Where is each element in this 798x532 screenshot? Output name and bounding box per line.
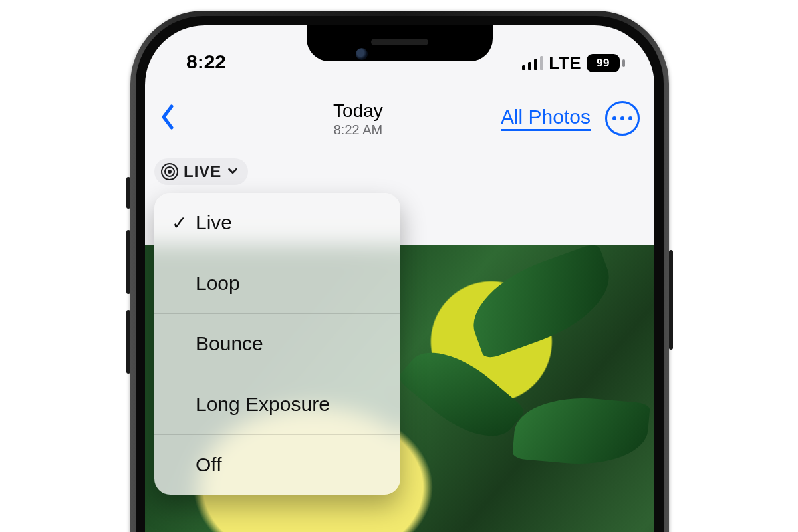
screen: 8:22 LTE 99 <box>145 25 654 532</box>
back-button[interactable] <box>160 104 176 133</box>
nav-bar: Today 8:22 AM All Photos <box>145 89 654 148</box>
volume-up-button <box>126 230 130 294</box>
nav-subtitle: 8:22 AM <box>333 122 383 138</box>
network-label: LTE <box>549 53 581 74</box>
battery-indicator: 99 <box>587 54 625 72</box>
mute-switch <box>126 177 130 209</box>
all-photos-link[interactable]: All Photos <box>501 106 591 131</box>
ellipsis-icon <box>612 116 616 120</box>
menu-item-loop[interactable]: Loop <box>154 253 400 313</box>
ellipsis-icon <box>620 116 624 120</box>
ellipsis-icon <box>628 116 632 120</box>
menu-item-label: Bounce <box>190 332 263 355</box>
nav-title: Today <box>333 100 383 122</box>
menu-item-long-exposure[interactable]: Long Exposure <box>154 374 400 434</box>
notch <box>307 25 493 61</box>
checkmark-icon: ✓ <box>168 212 190 234</box>
menu-item-label: Loop <box>190 272 240 295</box>
battery-percent: 99 <box>587 54 620 72</box>
leaf-decor <box>512 392 650 469</box>
speaker-grille <box>371 39 428 45</box>
live-photo-label: LIVE <box>184 162 221 181</box>
menu-item-bounce[interactable]: Bounce <box>154 313 400 374</box>
menu-item-label: Live <box>190 211 232 234</box>
menu-item-live[interactable]: ✓ Live <box>154 193 400 253</box>
volume-down-button <box>126 310 130 374</box>
live-photo-icon <box>161 163 178 180</box>
more-button[interactable] <box>605 101 640 136</box>
menu-item-label: Long Exposure <box>190 393 330 416</box>
chevron-left-icon <box>160 104 176 130</box>
live-photo-badge[interactable]: LIVE <box>154 158 248 185</box>
phone-frame: 8:22 LTE 99 <box>130 11 669 532</box>
live-effect-menu: ✓ Live Loop Bounce Long Exposure Off <box>154 193 400 495</box>
front-camera <box>356 48 368 60</box>
cellular-signal-icon <box>522 56 543 70</box>
menu-item-off[interactable]: Off <box>154 434 400 495</box>
side-button <box>669 250 673 350</box>
chevron-down-icon <box>227 162 239 181</box>
menu-item-label: Off <box>190 454 221 476</box>
nav-title-group: Today 8:22 AM <box>333 99 383 137</box>
leaf-decor <box>460 242 622 361</box>
status-time: 8:22 <box>186 37 226 73</box>
